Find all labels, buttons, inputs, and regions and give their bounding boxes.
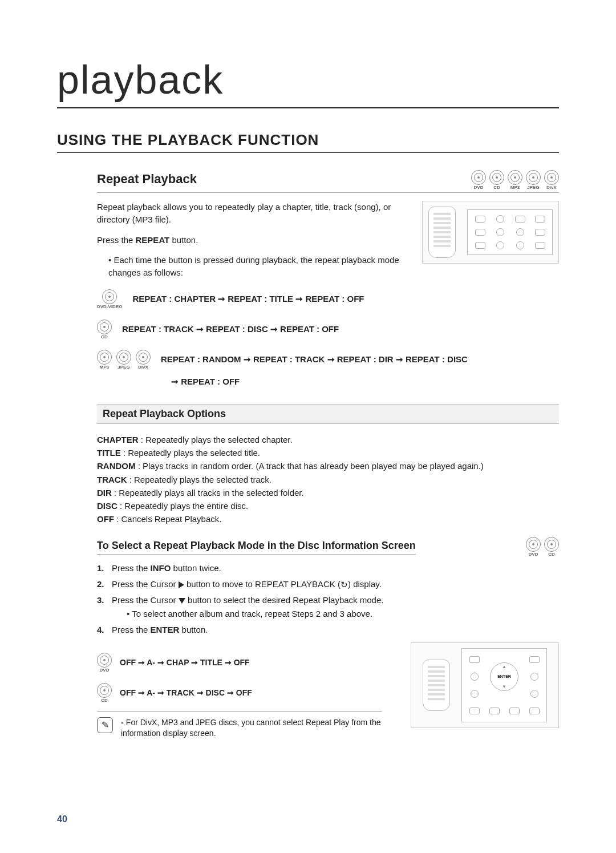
disc-icon: JPEG	[116, 350, 131, 370]
intro-paragraph: Repeat playback allows you to repeatedly…	[97, 201, 394, 226]
section-heading: USING THE PLAYBACK FUNCTION	[57, 131, 559, 153]
step-3-sub: • To select another album and track, rep…	[127, 607, 559, 621]
option-track: TRACK : Repeatedly plays the selected tr…	[97, 473, 559, 486]
disc-icon: CD	[489, 170, 504, 190]
enter-button-icon: ENTER	[490, 662, 518, 691]
divider	[97, 192, 559, 193]
note-text: For DivX, MP3 and JPEG discs, you cannot…	[121, 717, 382, 739]
disc-icon: DVD	[97, 653, 112, 673]
procedure-steps: Press the INFO button twice. Press the C…	[97, 561, 559, 637]
remote-diagram: ENTER	[411, 642, 559, 728]
sequence-text: REPEAT : CHAPTER ➞ REPEAT : TITLE ➞ REPE…	[132, 294, 364, 304]
sequence-text: OFF ➞ A- ➞ TRACK ➞ DISC ➞ OFF	[120, 688, 252, 697]
disc-icon: CD	[97, 320, 112, 339]
disc-icon: MP3	[97, 350, 112, 370]
disc-icon: DVD-VIDEO	[97, 289, 122, 309]
page-number: 40	[57, 814, 67, 824]
options-heading: Repeat Playback Options	[97, 404, 559, 424]
chapter-title: playback	[57, 57, 559, 108]
disc-icon: JPEG	[526, 170, 541, 190]
sequence-dvd: DVD-VIDEO REPEAT : CHAPTER ➞ REPEAT : TI…	[97, 289, 559, 309]
disc-icon: DVD	[526, 537, 541, 557]
sequence-text: OFF ➞ A- ➞ CHAP ➞ TITLE ➞ OFF	[120, 658, 250, 667]
sequence-text-continued: ➞ REPEAT : OFF	[171, 377, 559, 387]
remote-outline-icon	[423, 660, 450, 711]
bottom-sequence-dvd: DVD OFF ➞ A- ➞ CHAP ➞ TITLE ➞ OFF	[97, 653, 394, 673]
option-disc: DISC : Repeatedly plays the entire disc.	[97, 499, 559, 512]
repeat-playback-heading: Repeat Playback	[97, 172, 197, 187]
cursor-right-icon	[179, 581, 184, 588]
note-icon: ✎	[97, 717, 113, 733]
remote-zoom-panel	[467, 209, 553, 255]
supported-media-icons: DVD CD	[526, 537, 559, 557]
repeat-icon: ↻	[341, 578, 348, 592]
step-4: Press the ENTER button.	[97, 623, 559, 637]
remote-outline-icon	[428, 207, 456, 258]
disc-icon: CD	[544, 537, 559, 557]
remote-diagram	[422, 201, 559, 264]
option-title: TITLE : Repeatedly plays the selected ti…	[97, 446, 559, 459]
disc-icon: DVD	[471, 170, 486, 190]
sequence-cd: CD REPEAT : TRACK ➞ REPEAT : DISC ➞ REPE…	[97, 320, 559, 339]
option-dir: DIR : Repeatedly plays all tracks in the…	[97, 486, 559, 499]
option-random: RANDOM : Plays tracks in random order. (…	[97, 459, 559, 472]
step-2: Press the Cursor button to move to REPEA…	[97, 577, 559, 591]
note-block: ✎ For DivX, MP3 and JPEG discs, you cann…	[97, 711, 382, 739]
press-repeat-line: Press the REPEAT button.	[97, 234, 394, 246]
procedure-heading: To Select a Repeat Playback Mode in the …	[97, 540, 416, 555]
disc-icon: CD	[97, 683, 112, 703]
disc-icon: DivX	[544, 170, 559, 190]
disc-icon: DivX	[136, 350, 151, 370]
remote-zoom-panel: ENTER	[461, 648, 547, 722]
step-3: Press the Cursor button to select the de…	[97, 593, 559, 621]
bottom-sequence-cd: CD OFF ➞ A- ➞ TRACK ➞ DISC ➞ OFF	[97, 683, 394, 703]
option-chapter: CHAPTER : Repeatedly plays the selected …	[97, 433, 559, 446]
option-off: OFF : Cancels Repeat Playback.	[97, 512, 559, 525]
sequence-text: REPEAT : RANDOM ➞ REPEAT : TRACK ➞ REPEA…	[161, 354, 468, 365]
supported-media-icons: DVD CD MP3 JPEG DivX	[471, 170, 559, 190]
step-1: Press the INFO button twice.	[97, 561, 559, 575]
disc-icon: MP3	[508, 170, 522, 190]
sequence-mp3-jpeg-divx: MP3 JPEG DivX REPEAT : RANDOM ➞ REPEAT :…	[97, 350, 559, 370]
sequence-text: REPEAT : TRACK ➞ REPEAT : DISC ➞ REPEAT …	[122, 324, 339, 334]
cursor-down-icon	[179, 598, 185, 604]
